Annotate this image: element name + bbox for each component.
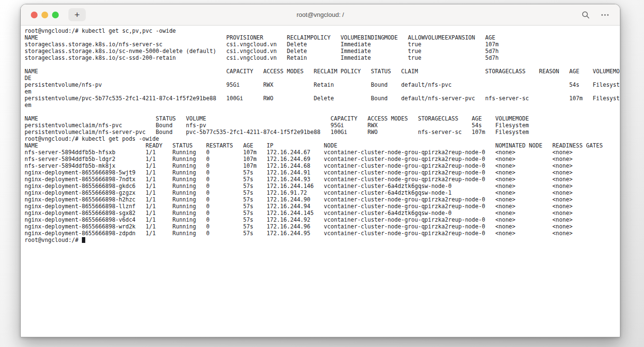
- terminal-line: persistentvolume/pvc-5b77c535-2fc1-4211-…: [25, 95, 620, 102]
- terminal-cursor: [82, 237, 85, 243]
- terminal-line: NAME READY STATUS RESTARTS AGE IP NODE N…: [25, 142, 620, 149]
- terminal-line: root@vngcloud:/# kubectl get pods -owide: [25, 135, 620, 142]
- terminal-line: nginx-deployment-8655666898-5wjt9 1/1 Ru…: [25, 169, 620, 176]
- minimize-button[interactable]: [41, 12, 48, 18]
- titlebar[interactable]: + root@vngcloud: /: [21, 4, 620, 26]
- titlebar-actions: [581, 11, 609, 19]
- terminal-output[interactable]: root@vngcloud:/# kubectl get sc,pv,pvc -…: [21, 26, 620, 243]
- search-icon[interactable]: [581, 11, 590, 19]
- terminal-line: nginx-deployment-8655666898-gzgzx 1/1 Ru…: [25, 189, 620, 196]
- terminal-line: nginx-deployment-8655666898-wrd2k 1/1 Ru…: [25, 223, 620, 230]
- terminal-line: DE: [25, 75, 620, 81]
- terminal-line: NAME PROVISIONER RECLAIMPOLICY VOLUMEBIN…: [25, 34, 620, 41]
- terminal-line: nginx-deployment-8655666898-zdpdn 1/1 Ru…: [25, 230, 620, 237]
- terminal-line: em: [25, 88, 620, 95]
- terminal-line: nginx-deployment-8655666898-gkdc6 1/1 Ru…: [25, 183, 620, 189]
- terminal-line: em: [25, 102, 620, 108]
- shell-prompt: root@vngcloud:/#: [25, 237, 82, 243]
- terminal-line: nginx-deployment-8655666898-sgx82 1/1 Ru…: [25, 210, 620, 216]
- terminal-line: storageclass.storage.k8s.io/nfs-server-s…: [25, 41, 620, 48]
- terminal-line: NAME STATUS VOLUME CAPACITY ACCESS MODES…: [25, 115, 620, 122]
- new-tab-button[interactable]: +: [68, 8, 86, 21]
- terminal-line: persistentvolumeclaim/nfs-pvc Bound nfs-…: [25, 122, 620, 129]
- terminal-line: root@vngcloud:/# kubectl get sc,pv,pvc -…: [25, 27, 620, 34]
- terminal-line: nginx-deployment-8655666898-v6dc4 1/1 Ru…: [25, 216, 620, 223]
- terminal-line: nginx-deployment-8655666898-llznf 1/1 Ru…: [25, 203, 620, 210]
- terminal-line: [25, 61, 620, 68]
- terminal-line: nfs-server-5894ddfb5b-hfsxb 1/1 Running …: [25, 149, 620, 156]
- terminal-line: persistentvolume/nfs-pv 95Gi RWX Retain …: [25, 81, 620, 88]
- maximize-button[interactable]: [52, 12, 59, 18]
- terminal-line: storageclass.storage.k8s.io/sc-nvme-5000…: [25, 48, 620, 54]
- plus-icon: +: [74, 10, 79, 20]
- terminal-line: storageclass.storage.k8s.io/sc-ssd-200-r…: [25, 54, 620, 61]
- terminal-line: nginx-deployment-8655666898-h2hzc 1/1 Ru…: [25, 196, 620, 203]
- terminal-line: [25, 108, 620, 115]
- ellipsis-menu-icon[interactable]: [601, 11, 609, 19]
- terminal-line: persistentvolumeclaim/nfs-server-pvc Bou…: [25, 129, 620, 135]
- terminal-window: + root@vngcloud: / root@vngcloud:/# kube…: [20, 4, 620, 337]
- window-controls: [31, 12, 59, 18]
- terminal-lines: root@vngcloud:/# kubectl get sc,pv,pvc -…: [25, 27, 620, 237]
- terminal-line: nginx-deployment-8655666898-7ndtx 1/1 Ru…: [25, 176, 620, 183]
- terminal-line: nfs-server-5894ddfb5b-mk8jx 1/1 Running …: [25, 162, 620, 169]
- close-button[interactable]: [31, 12, 38, 18]
- prompt-line: root@vngcloud:/#: [25, 237, 620, 243]
- window-title: root@vngcloud: /: [21, 11, 620, 18]
- terminal-line: NAME CAPACITY ACCESS MODES RECLAIM POLIC…: [25, 68, 620, 75]
- terminal-line: nfs-server-5894ddfb5b-ldgr2 1/1 Running …: [25, 156, 620, 162]
